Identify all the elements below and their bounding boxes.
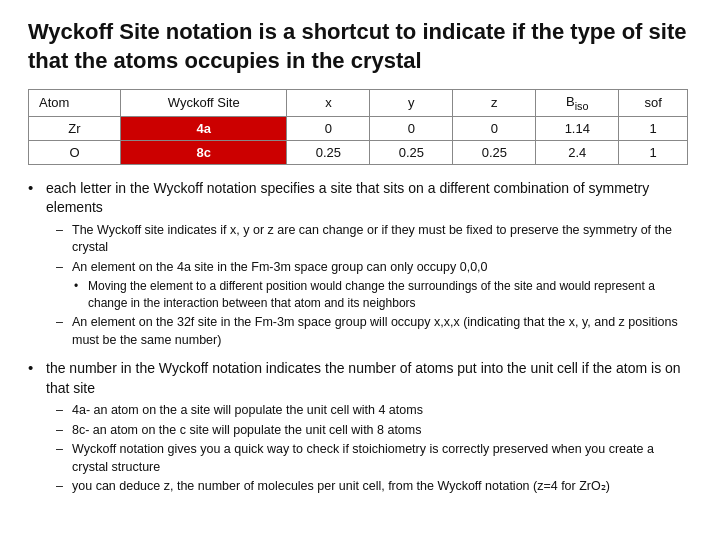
cell-y: 0.25 [370, 140, 453, 164]
page-title: Wyckoff Site notation is a shortcut to i… [28, 18, 692, 75]
sub-item: –8c- an atom on the c site will populate… [56, 422, 692, 440]
cell-z: 0 [453, 116, 536, 140]
cell-biso: 1.14 [536, 116, 619, 140]
sub-text: An element on the 32f site in the Fm-3m … [72, 314, 692, 349]
col-biso: Biso [536, 90, 619, 117]
sub-text: 8c- an atom on the c site will populate … [72, 422, 422, 440]
sub-dash: – [56, 259, 72, 277]
table-row: Zr4a0001.141 [29, 116, 688, 140]
sub-sub-list: •Moving the element to a different posit… [74, 278, 692, 312]
cell-x: 0.25 [287, 140, 370, 164]
sub-dash: – [56, 222, 72, 240]
col-site: Wyckoff Site [120, 90, 286, 117]
cell-site: 8c [120, 140, 286, 164]
sub-item: –An element on the 4a site in the Fm-3m … [56, 259, 692, 277]
cell-y: 0 [370, 116, 453, 140]
sub-text: Wyckoff notation gives you a quick way t… [72, 441, 692, 476]
col-sof: sof [619, 90, 688, 117]
col-z: z [453, 90, 536, 117]
sub-item: –Wyckoff notation gives you a quick way … [56, 441, 692, 476]
cell-sof: 1 [619, 116, 688, 140]
bullet-main-text: each letter in the Wyckoff notation spec… [46, 179, 692, 218]
table-row: O8c0.250.250.252.41 [29, 140, 688, 164]
sub-text: The Wyckoff site indicates if x, y or z … [72, 222, 692, 257]
cell-z: 0.25 [453, 140, 536, 164]
col-atom: Atom [29, 90, 121, 117]
sub-dash: – [56, 441, 72, 459]
sub-text: you can deduce z, the number of molecule… [72, 478, 610, 496]
bullet-section-0: •each letter in the Wyckoff notation spe… [28, 179, 692, 349]
sub-text: 4a- an atom on the a site will populate … [72, 402, 423, 420]
sub-item: –4a- an atom on the a site will populate… [56, 402, 692, 420]
cell-site: 4a [120, 116, 286, 140]
sub-sub-item: •Moving the element to a different posit… [74, 278, 692, 312]
cell-atom: O [29, 140, 121, 164]
sub-item: –you can deduce z, the number of molecul… [56, 478, 692, 496]
cell-x: 0 [287, 116, 370, 140]
sub-dash: – [56, 422, 72, 440]
sub-text: An element on the 4a site in the Fm-3m s… [72, 259, 488, 277]
sub-dash: – [56, 402, 72, 420]
cell-atom: Zr [29, 116, 121, 140]
sub-sub-dot: • [74, 278, 88, 295]
cell-biso: 2.4 [536, 140, 619, 164]
col-x: x [287, 90, 370, 117]
sub-item: –An element on the 32f site in the Fm-3m… [56, 314, 692, 349]
bullet-main-text: the number in the Wyckoff notation indic… [46, 359, 692, 398]
sub-list: –4a- an atom on the a site will populate… [56, 402, 692, 496]
bullet-section-1: •the number in the Wyckoff notation indi… [28, 359, 692, 496]
sub-item: –The Wyckoff site indicates if x, y or z… [56, 222, 692, 257]
cell-sof: 1 [619, 140, 688, 164]
table-header-row: Atom Wyckoff Site x y z Biso sof [29, 90, 688, 117]
bullets-container: •each letter in the Wyckoff notation spe… [28, 179, 692, 496]
sub-dash: – [56, 478, 72, 496]
bullet-dot: • [28, 179, 46, 196]
bullet-dot: • [28, 359, 46, 376]
sub-dash: – [56, 314, 72, 332]
sub-sub-text: Moving the element to a different positi… [88, 278, 692, 312]
col-y: y [370, 90, 453, 117]
wyckoff-table: Atom Wyckoff Site x y z Biso sof Zr4a000… [28, 89, 688, 165]
sub-list: –The Wyckoff site indicates if x, y or z… [56, 222, 692, 349]
